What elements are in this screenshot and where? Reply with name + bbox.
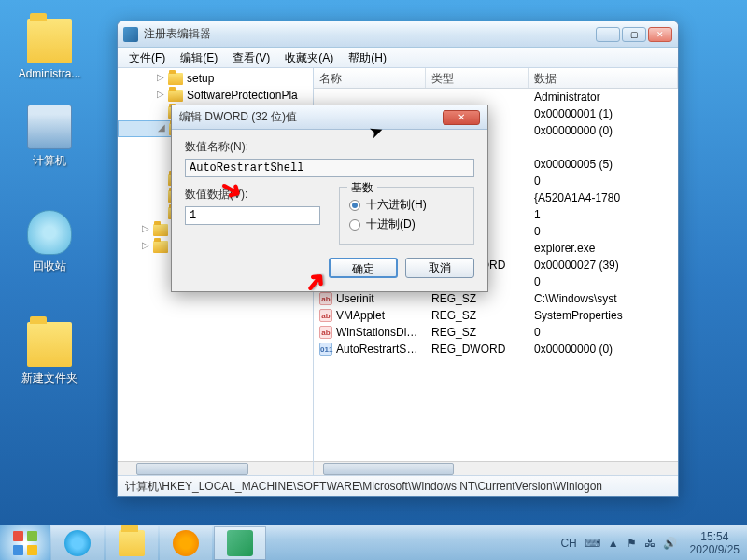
regedit-icon xyxy=(227,530,253,556)
list-row[interactable]: abWinStationsDis...REG_SZ0 xyxy=(314,324,678,341)
expander-icon[interactable]: ▷ xyxy=(155,73,166,84)
list-row[interactable]: 011AutoRestrartSh...REG_DWORD0x00000000 … xyxy=(314,341,678,357)
minimize-button[interactable]: ─ xyxy=(596,27,620,42)
menu-item[interactable]: 编辑(E) xyxy=(173,48,225,67)
taskbar-wmp[interactable] xyxy=(160,526,212,560)
cell-data: 0x00000005 (5) xyxy=(529,158,678,171)
wmp-icon xyxy=(173,530,199,556)
expander-icon[interactable] xyxy=(155,106,166,118)
desktop-icon-computer[interactable]: 计算机 xyxy=(17,105,82,169)
folder-icon xyxy=(168,73,183,85)
cell-name: abUserinit xyxy=(314,292,426,306)
desktop-icon-bin[interactable]: 回收站 xyxy=(17,210,82,274)
expander-icon[interactable] xyxy=(155,174,166,185)
cell-data: Administrator xyxy=(529,91,678,104)
title-bar[interactable]: 注册表编辑器 ─ ▢ ✕ xyxy=(118,21,678,48)
cell-data: 0 xyxy=(529,326,678,339)
lang-indicator[interactable]: CH xyxy=(560,537,576,550)
expander-icon[interactable] xyxy=(155,190,166,202)
cell-data: 1 xyxy=(529,208,678,221)
cell-data: explorer.exe xyxy=(529,242,678,255)
icon-label: 计算机 xyxy=(17,153,82,169)
radix-fieldset: 基数 十六进制(H) 十进制(D) xyxy=(339,187,474,245)
cell-data: {A520A1A4-1780 xyxy=(529,191,678,204)
tree-item[interactable]: ▷setup xyxy=(118,70,313,87)
tree-label: setup xyxy=(187,72,214,85)
volume-icon[interactable]: 🔊 xyxy=(663,537,677,550)
taskbar-explorer[interactable] xyxy=(106,526,158,560)
list-row[interactable]: Administrator xyxy=(314,89,678,105)
cancel-button[interactable]: 取消 xyxy=(405,258,474,278)
col-type[interactable]: 类型 xyxy=(426,68,529,88)
close-button[interactable]: ✕ xyxy=(648,27,672,42)
ie-icon xyxy=(64,530,91,556)
computer-icon xyxy=(27,105,72,149)
taskbar[interactable]: CH ⌨ ▲ ⚑ 🖧 🔊 15:54 2020/9/25 xyxy=(0,525,747,560)
folder-icon xyxy=(27,322,72,367)
menu-item[interactable]: 文件(F) xyxy=(121,48,173,67)
col-data[interactable]: 数据 xyxy=(529,68,678,88)
radix-hex-radio[interactable]: 十六进制(H) xyxy=(349,197,464,213)
menu-bar: 文件(F)编辑(E)查看(V)收藏夹(A)帮助(H) xyxy=(118,48,678,68)
cell-name: 011AutoRestrartSh... xyxy=(314,343,426,357)
value-icon: ab xyxy=(319,326,332,339)
name-input xyxy=(185,159,474,177)
ok-button[interactable]: 确定 xyxy=(329,258,398,278)
folder-icon xyxy=(119,530,145,556)
radix-legend: 基数 xyxy=(347,180,377,196)
menu-item[interactable]: 帮助(H) xyxy=(341,48,394,67)
cell-data: 0x00000001 (1) xyxy=(529,107,678,120)
list-header[interactable]: 名称 类型 数据 xyxy=(314,68,678,89)
bin-icon xyxy=(27,210,72,255)
window-title: 注册表编辑器 xyxy=(144,26,596,42)
folder-icon xyxy=(153,241,168,253)
cell-name: abVMApplet xyxy=(314,309,426,323)
data-label: 数值数据(V): xyxy=(185,187,320,203)
tree-label: SoftwareProtectionPla xyxy=(187,89,298,102)
value-icon: ab xyxy=(319,292,332,305)
cell-type: REG_SZ xyxy=(426,292,529,305)
status-bar: 计算机\HKEY_LOCAL_MACHINE\SOFTWARE\Microsof… xyxy=(118,475,678,496)
tree-item[interactable]: ▷SoftwareProtectionPla xyxy=(118,87,313,104)
data-input[interactable] xyxy=(185,206,320,225)
taskbar-ie[interactable] xyxy=(51,526,104,560)
network-icon[interactable]: 🖧 xyxy=(644,537,655,550)
folder-icon xyxy=(168,90,183,102)
radio-icon xyxy=(349,200,360,211)
menu-item[interactable]: 收藏夹(A) xyxy=(277,48,341,67)
systray[interactable]: CH ⌨ ▲ ⚑ 🖧 🔊 15:54 2020/9/25 xyxy=(553,530,747,556)
start-button[interactable] xyxy=(0,525,50,561)
menu-item[interactable]: 查看(V) xyxy=(225,48,277,67)
list-scrollbar-h[interactable] xyxy=(314,461,678,475)
tree-scrollbar-h[interactable] xyxy=(118,461,313,475)
value-icon: ab xyxy=(319,309,332,322)
action-center-icon[interactable]: ⚑ xyxy=(627,537,637,550)
expander-icon[interactable] xyxy=(155,207,166,218)
cell-data: 0x00000000 (0) xyxy=(529,124,678,137)
clock[interactable]: 15:54 2020/9/25 xyxy=(690,530,740,556)
icon-label: Administra... xyxy=(17,67,82,80)
maximize-button[interactable]: ▢ xyxy=(622,27,646,42)
list-row[interactable]: abUserinitREG_SZC:\Windows\syst xyxy=(314,290,678,307)
col-name[interactable]: 名称 xyxy=(314,68,426,88)
desktop-icon-folder[interactable]: Administra... xyxy=(17,19,82,80)
radio-icon xyxy=(349,219,360,231)
windows-logo-icon xyxy=(13,531,37,555)
list-row[interactable]: abVMAppletREG_SZSystemProperties xyxy=(314,307,678,324)
cell-name: abWinStationsDis... xyxy=(314,326,426,340)
dialog-title-bar[interactable]: 编辑 DWORD (32 位)值 ✕ xyxy=(172,105,487,130)
folder-icon xyxy=(153,224,168,236)
expander-icon[interactable]: ▷ xyxy=(155,90,166,101)
expander-icon[interactable]: ◢ xyxy=(156,123,167,134)
dialog-close-button[interactable]: ✕ xyxy=(443,110,480,125)
taskbar-regedit[interactable] xyxy=(214,526,266,560)
desktop-icon-folder[interactable]: 新建文件夹 xyxy=(17,322,82,386)
expander-icon[interactable]: ▷ xyxy=(140,241,151,252)
tray-chevron-up-icon[interactable]: ▲ xyxy=(608,537,619,550)
icon-label: 新建文件夹 xyxy=(17,371,82,386)
keyboard-icon[interactable]: ⌨ xyxy=(585,537,600,550)
regedit-icon xyxy=(123,27,138,42)
cell-type: REG_DWORD xyxy=(426,343,529,356)
expander-icon[interactable]: ▷ xyxy=(140,224,151,235)
radix-dec-radio[interactable]: 十进制(D) xyxy=(349,217,464,232)
